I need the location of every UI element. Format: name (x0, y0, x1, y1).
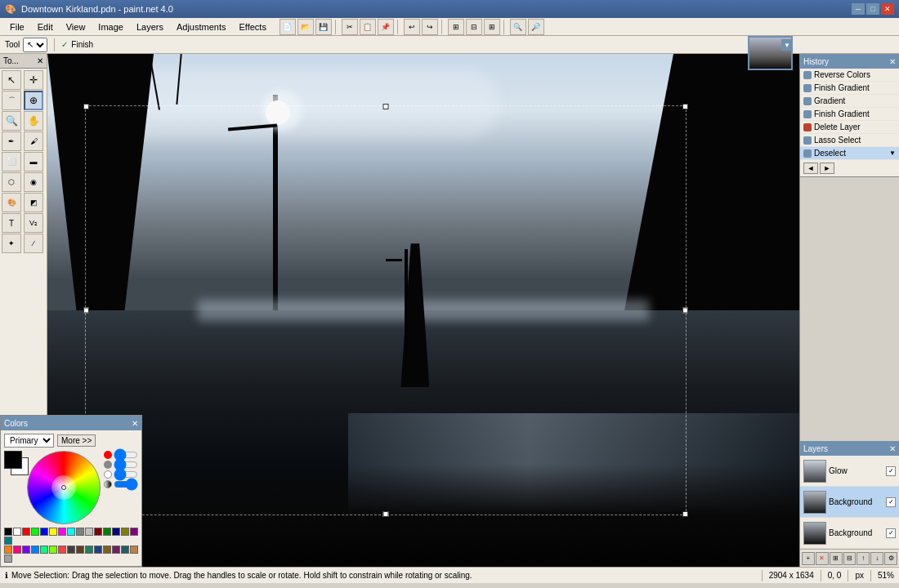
toolbar-open[interactable]: 📂 (297, 19, 314, 35)
history-item-gradient[interactable]: Gradient (800, 95, 899, 108)
palette-light-red[interactable] (58, 546, 66, 554)
toolbar-cut[interactable]: ✂ (342, 19, 358, 35)
tool-eraser[interactable]: ⬜ (2, 152, 21, 172)
toolbar-undo[interactable]: ↩ (404, 19, 420, 35)
maximize-button[interactable]: □ (866, 3, 879, 15)
layer-duplicate-button[interactable]: ⊞ (830, 552, 843, 565)
tool-pan[interactable]: ✋ (24, 111, 43, 131)
tool-pencil[interactable]: ✒ (2, 131, 21, 151)
minimize-button[interactable]: ─ (852, 3, 865, 15)
tool-move[interactable]: ✛ (24, 70, 43, 90)
palette-dark-green[interactable] (103, 528, 111, 536)
palette-olive[interactable] (121, 528, 129, 536)
layers-close[interactable]: ✕ (889, 444, 896, 453)
tool-brush[interactable]: 🖌 (24, 131, 43, 151)
history-close[interactable]: ✕ (889, 57, 896, 66)
tool-clone[interactable]: ◩ (24, 193, 43, 212)
palette-light-gray[interactable] (4, 555, 12, 563)
layer-background-1[interactable]: Background (800, 487, 899, 518)
toolbar-crop[interactable]: ⊞ (448, 19, 464, 35)
tool-zoom[interactable]: 🔍 (2, 111, 21, 131)
palette-dark-cyan[interactable] (121, 546, 129, 554)
menu-image[interactable]: Image (92, 20, 130, 33)
palette-cyan[interactable] (67, 528, 75, 536)
canvas-container[interactable] (47, 54, 799, 567)
palette-sky-blue[interactable] (31, 546, 39, 554)
toolbar-copy[interactable]: 📋 (360, 19, 376, 35)
palette-forest[interactable] (85, 546, 93, 554)
toolbar-new[interactable]: 📄 (280, 19, 296, 35)
menu-adjustments[interactable]: Adjustments (170, 20, 233, 33)
toolbox-close[interactable]: ✕ (37, 56, 43, 65)
tool-lasso[interactable]: ⌒ (2, 91, 21, 110)
palette-yellow[interactable] (49, 528, 57, 536)
menu-edit[interactable]: Edit (31, 20, 60, 33)
toolbar-save[interactable]: 💾 (315, 19, 332, 35)
hue-slider[interactable] (114, 452, 138, 458)
layer-background-2[interactable]: Background (800, 518, 899, 549)
menu-effects[interactable]: Effects (233, 20, 273, 33)
palette-hot-pink[interactable] (13, 546, 21, 554)
palette-white[interactable] (13, 528, 21, 536)
history-item-finish-gradient-1[interactable]: Finish Gradient (800, 82, 899, 95)
tool-text[interactable]: T (2, 213, 21, 233)
palette-silver[interactable] (85, 528, 93, 536)
fg-color-swatch[interactable] (4, 451, 22, 469)
history-back-button[interactable]: ◄ (803, 163, 818, 174)
palette-magenta[interactable] (58, 528, 66, 536)
palette-yellow-green[interactable] (49, 546, 57, 554)
tool-line[interactable]: ⁄ (24, 234, 43, 253)
tool-paint-bucket[interactable]: ▬ (24, 152, 43, 172)
layer-up-button[interactable]: ↑ (857, 552, 870, 565)
history-item-reverse-colors[interactable]: Reverse Colors (800, 69, 899, 82)
palette-plum[interactable] (112, 546, 120, 554)
layer-visible-bg1[interactable] (886, 497, 896, 507)
palette-black[interactable] (4, 528, 12, 536)
history-item-finish-gradient-2[interactable]: Finish Gradient (800, 108, 899, 121)
palette-tan[interactable] (130, 546, 138, 554)
history-item-deselect[interactable]: Deselect ▼ (800, 147, 899, 160)
palette-dark-blue[interactable] (94, 546, 102, 554)
history-item-lasso-select[interactable]: Lasso Select (800, 134, 899, 147)
menu-layers[interactable]: Layers (130, 20, 170, 33)
tool-move-sel[interactable]: ⊕ (24, 91, 43, 110)
layer-glow[interactable]: Glow (800, 456, 899, 487)
color-wheel[interactable] (27, 451, 101, 524)
tool-text2[interactable]: V₂ (24, 213, 43, 233)
toolbar-resize[interactable]: ⊟ (466, 19, 482, 35)
history-item-delete-layer[interactable]: Delete Layer (800, 121, 899, 134)
tool-color-pick[interactable]: 🎨 (2, 193, 21, 212)
palette-teal[interactable] (4, 537, 12, 545)
palette-green[interactable] (31, 528, 39, 536)
palette-purple[interactable] (130, 528, 138, 536)
history-forward-button[interactable]: ► (820, 163, 834, 174)
tool-recolor[interactable]: ◉ (24, 172, 43, 192)
color-mode-select[interactable]: Primary (4, 434, 54, 448)
toolbar-grid[interactable]: ⊞ (484, 19, 500, 35)
palette-gray[interactable] (76, 528, 84, 536)
palette-maroon[interactable] (94, 528, 102, 536)
tool-select[interactable]: ↖ (23, 38, 47, 52)
finish-label[interactable]: Finish (71, 40, 93, 49)
tool-gradient[interactable]: ⬡ (2, 172, 21, 192)
palette-gold[interactable] (103, 546, 111, 554)
colors-close[interactable]: ✕ (132, 419, 138, 428)
layer-add-button[interactable]: + (802, 552, 815, 565)
toolbar-paste[interactable]: 📌 (378, 19, 394, 35)
alpha-slider[interactable] (114, 481, 138, 488)
palette-orange[interactable] (4, 546, 12, 554)
toolbar-zoom-out[interactable]: 🔎 (528, 19, 544, 35)
palette-blue[interactable] (40, 528, 48, 536)
palette-violet[interactable] (22, 546, 30, 554)
palette-dark-gray[interactable] (67, 546, 75, 554)
layer-delete-button[interactable]: ✕ (816, 552, 829, 565)
layer-merge-button[interactable]: ⊟ (843, 552, 857, 565)
palette-spring-green[interactable] (40, 546, 48, 554)
toolbar-redo[interactable]: ↪ (422, 19, 438, 35)
tool-shapes[interactable]: ✦ (2, 234, 21, 253)
palette-red[interactable] (22, 528, 30, 536)
palette-navy[interactable] (112, 528, 120, 536)
layer-props-button[interactable]: ⚙ (884, 552, 897, 565)
val-slider[interactable] (114, 471, 138, 478)
tool-select-rect[interactable]: ↖ (2, 70, 21, 90)
